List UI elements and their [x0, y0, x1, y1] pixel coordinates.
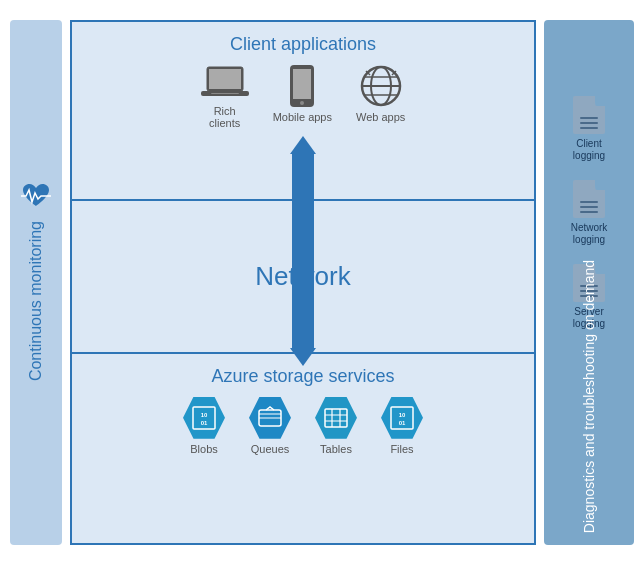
right-bar-text-container: Diagnostics and troubleshooting on deman…: [581, 393, 597, 533]
arrow-head-up: [290, 136, 316, 154]
client-title: Client applications: [88, 34, 518, 55]
queues-label: Queues: [251, 443, 290, 455]
heart-icon: [21, 183, 51, 209]
globe-icon: [360, 65, 402, 107]
svg-text:10: 10: [201, 412, 208, 418]
storage-title: Azure storage services: [88, 366, 518, 387]
tables-icon: [315, 397, 357, 439]
web-apps-label: Web apps: [356, 111, 405, 123]
svg-text:01: 01: [201, 420, 208, 426]
svg-text:10: 10: [399, 412, 406, 418]
svg-text:01: 01: [399, 420, 406, 426]
mobile-icon: [288, 65, 316, 107]
arrow-head-down: [290, 348, 316, 366]
storage-icons-row: 10 01 Blobs: [88, 397, 518, 455]
web-apps-item: Web apps: [356, 65, 405, 129]
tables-label: Tables: [320, 443, 352, 455]
blobs-icon: 10 01: [183, 397, 225, 439]
svg-point-6: [300, 101, 304, 105]
svg-rect-1: [209, 69, 241, 89]
queues-item: Queues: [249, 397, 291, 455]
center-column: Client applications Richclients: [70, 20, 536, 545]
right-bar-label: Diagnostics and troubleshooting on deman…: [581, 260, 597, 533]
blobs-label: Blobs: [190, 443, 218, 455]
mobile-apps-item: Mobile apps: [273, 65, 332, 129]
storage-section: Azure storage services 10 01 Blobs: [70, 352, 536, 545]
files-label: Files: [390, 443, 413, 455]
client-logging-label: Clientlogging: [573, 138, 605, 162]
blobs-item: 10 01 Blobs: [183, 397, 225, 455]
network-logging-icon: [573, 180, 605, 218]
queues-icon: [249, 397, 291, 439]
continuous-monitoring-bar: Continuous monitoring: [10, 20, 62, 545]
rich-clients-item: Richclients: [201, 65, 249, 129]
tables-item: Tables: [315, 397, 357, 455]
files-item: 10 01 Files: [381, 397, 423, 455]
right-sidebar: Clientlogging Networklogging: [544, 20, 634, 545]
svg-rect-20: [325, 409, 347, 427]
client-icons-row: Richclients Mobile apps: [88, 65, 518, 129]
rich-clients-label: Richclients: [209, 105, 240, 129]
left-bar-label: Continuous monitoring: [27, 221, 45, 381]
network-section: Network: [70, 199, 536, 352]
files-icon: 10 01: [381, 397, 423, 439]
svg-rect-3: [211, 93, 239, 94]
client-logging-icon: [573, 96, 605, 134]
network-logging-label: Networklogging: [571, 222, 608, 246]
client-logging-item: Clientlogging: [573, 96, 605, 162]
network-logging-item: Networklogging: [571, 180, 608, 246]
svg-rect-5: [293, 69, 311, 99]
mobile-apps-label: Mobile apps: [273, 111, 332, 123]
laptop-icon: [201, 65, 249, 101]
